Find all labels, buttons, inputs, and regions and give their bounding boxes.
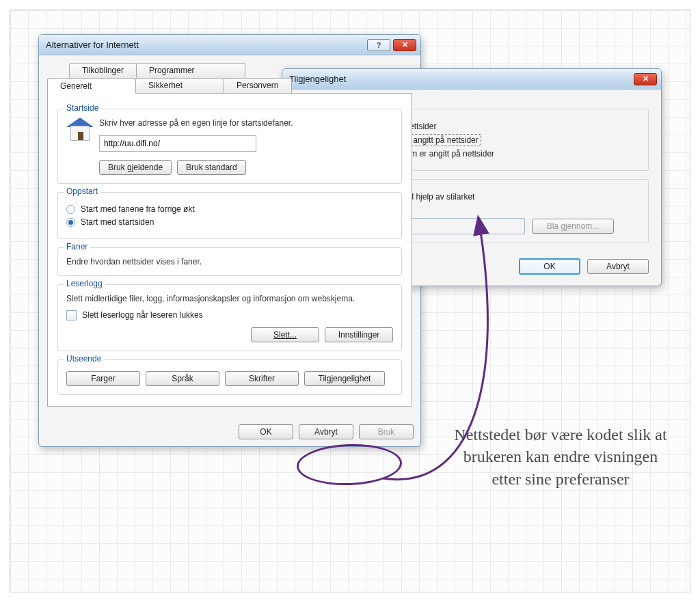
cancel-button[interactable]: Avbryt bbox=[587, 259, 649, 274]
radio-last-session[interactable]: Start med fanene fra forrige økt bbox=[66, 204, 393, 214]
tab-programmer[interactable]: Programmer bbox=[136, 63, 245, 78]
internet-options-dialog: Alternativer for Internett ? Tilkoblinge… bbox=[38, 34, 421, 447]
close-button[interactable] bbox=[634, 73, 657, 85]
apply-button[interactable]: Bruk bbox=[359, 424, 414, 439]
accessibility-button[interactable]: Tilgjengelighet bbox=[304, 371, 385, 386]
use-default-button[interactable]: Bruk standard bbox=[177, 160, 246, 175]
close-button[interactable] bbox=[393, 39, 416, 51]
radio-label: Start med fanene fra forrige økt bbox=[81, 204, 195, 214]
checkbox-delete-on-close[interactable]: Slett leserlogg når leseren lukkes bbox=[66, 310, 393, 320]
dialog-footer: OK Avbryt Bruk bbox=[39, 415, 420, 446]
browse-button[interactable]: Bla gjennom... bbox=[532, 219, 614, 234]
annotation-text: Nettstedet bør være kodet slik at bruker… bbox=[451, 424, 670, 490]
legend-oppstart: Oppstart bbox=[64, 187, 100, 196]
faner-desc: Endre hvordan nettsider vises i faner. bbox=[66, 256, 393, 267]
group-startside: Startside Skriv hver adresse på en egen … bbox=[57, 109, 402, 184]
homepage-input[interactable] bbox=[99, 135, 256, 152]
tab-generelt[interactable]: Generelt bbox=[47, 78, 136, 94]
cancel-button[interactable]: Avbryt bbox=[299, 424, 353, 439]
dialog-title: Alternativer for Internett bbox=[46, 40, 139, 50]
checkbox-label: Slett leserlogg når leseren lukkes bbox=[82, 310, 203, 320]
help-button[interactable]: ? bbox=[367, 39, 390, 51]
group-leserlogg: Leserlogg Slett midlertidige filer, logg… bbox=[57, 284, 402, 351]
tab-sikkerhet[interactable]: Sikkerhet bbox=[135, 78, 224, 94]
startside-desc: Skriv hver adresse på en egen linje for … bbox=[99, 118, 393, 128]
legend-utseende: Utseende bbox=[64, 354, 104, 364]
colors-button[interactable]: Farger bbox=[66, 371, 140, 386]
legend-startside: Startside bbox=[64, 103, 101, 113]
legend-leserlogg: Leserlogg bbox=[64, 279, 105, 288]
home-icon bbox=[66, 118, 94, 142]
group-faner: Faner Endre hvordan nettsider vises i fa… bbox=[57, 247, 402, 276]
dialog-title: Tilgjengelighet bbox=[289, 74, 346, 84]
fonts-button[interactable]: Skrifter bbox=[225, 371, 299, 386]
titlebar[interactable]: Alternativer for Internett ? bbox=[39, 35, 420, 55]
ok-button[interactable]: OK bbox=[239, 424, 293, 439]
leserlogg-desc: Slett midlertidige filer, logg, informas… bbox=[66, 293, 393, 304]
tab-tilkoblinger[interactable]: Tilkoblinger bbox=[69, 63, 137, 78]
settings-button[interactable]: Innstillinger bbox=[325, 327, 393, 342]
titlebar[interactable]: Tilgjengelighet bbox=[282, 69, 661, 90]
tab-body: Startside Skriv hver adresse på en egen … bbox=[47, 93, 412, 407]
radio-start-homepage[interactable]: Start med startsiden bbox=[66, 217, 393, 227]
radio-label: Start med startsiden bbox=[81, 217, 154, 227]
tab-personvern[interactable]: Personvern bbox=[224, 78, 292, 94]
group-oppstart: Oppstart Start med fanene fra forrige øk… bbox=[57, 192, 402, 239]
group-utseende: Utseende Farger Språk Skrifter Tilgjenge… bbox=[57, 359, 402, 395]
ok-button[interactable]: OK bbox=[519, 258, 580, 275]
use-current-button[interactable]: Bruk gjeldende bbox=[99, 160, 172, 175]
delete-button[interactable]: Slett... bbox=[251, 327, 319, 342]
language-button[interactable]: Språk bbox=[146, 371, 219, 386]
legend-faner: Faner bbox=[64, 242, 90, 251]
